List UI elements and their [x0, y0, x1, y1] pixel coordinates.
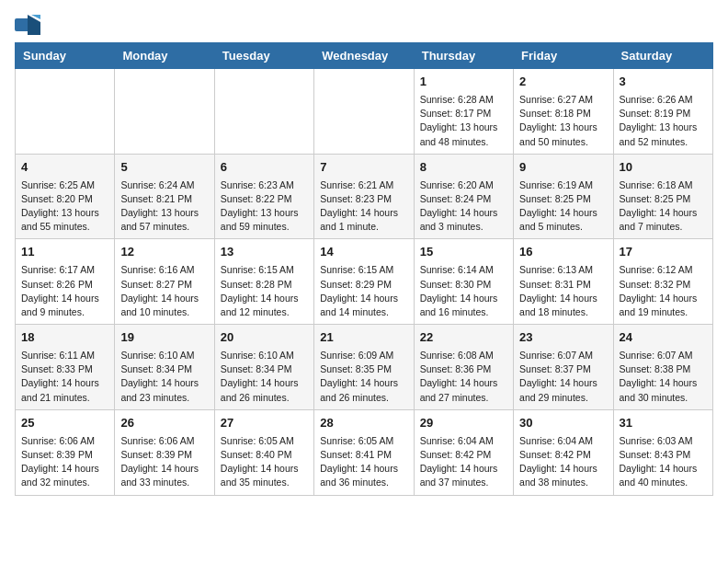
cell-content-line: Sunrise: 6:21 AM	[320, 178, 407, 192]
cell-content-line: Sunrise: 6:28 AM	[420, 93, 507, 107]
cell-content-line: Sunrise: 6:06 AM	[21, 434, 108, 448]
cell-content-line: Sunset: 8:35 PM	[320, 362, 407, 376]
cell-content-line: Daylight: 13 hours	[519, 121, 607, 134]
cell-content-line: and 30 minutes.	[620, 391, 707, 405]
cell-content-line: and 38 minutes.	[519, 476, 607, 489]
cell-content-line: and 12 minutes.	[221, 305, 308, 319]
day-number: 10	[620, 159, 707, 177]
calendar-cell: 21Sunrise: 6:09 AMSunset: 8:35 PMDayligh…	[314, 325, 414, 410]
cell-content-line: Sunset: 8:19 PM	[620, 107, 707, 121]
cell-content-line: and 16 minutes.	[420, 305, 507, 319]
cell-content-line: Sunset: 8:32 PM	[620, 278, 707, 292]
calendar-cell: 28Sunrise: 6:05 AMSunset: 8:41 PMDayligh…	[314, 409, 414, 495]
weekday-header-monday: Monday	[115, 43, 214, 69]
day-number: 29	[420, 415, 507, 432]
cell-content-line: Sunset: 8:27 PM	[120, 278, 208, 292]
weekday-header-saturday: Saturday	[613, 43, 712, 69]
cell-content-line: Sunset: 8:30 PM	[420, 278, 507, 292]
calendar-cell: 14Sunrise: 6:15 AMSunset: 8:29 PMDayligh…	[314, 239, 414, 325]
weekday-header-friday: Friday	[514, 43, 613, 69]
cell-content-line: Sunset: 8:25 PM	[620, 192, 707, 206]
cell-content-line: Sunrise: 6:25 AM	[21, 178, 108, 192]
day-number: 19	[120, 329, 208, 347]
cell-content-line: and 3 minutes.	[420, 220, 507, 234]
cell-content-line: Daylight: 14 hours	[221, 292, 308, 305]
cell-content-line: Sunrise: 6:18 AM	[620, 178, 707, 192]
calendar-cell: 20Sunrise: 6:10 AMSunset: 8:34 PMDayligh…	[214, 325, 313, 410]
day-number: 31	[620, 415, 707, 432]
day-number: 9	[519, 159, 607, 177]
calendar-cell: 24Sunrise: 6:07 AMSunset: 8:38 PMDayligh…	[613, 325, 712, 410]
day-number: 7	[320, 159, 407, 177]
cell-content-line: Sunset: 8:43 PM	[620, 448, 707, 462]
day-number: 21	[320, 329, 407, 347]
cell-content-line: Daylight: 14 hours	[21, 376, 108, 390]
cell-content-line: Daylight: 14 hours	[519, 292, 607, 305]
cell-content-line: Sunset: 8:20 PM	[21, 192, 108, 206]
cell-content-line: and 26 minutes.	[221, 391, 308, 405]
cell-content-line: Daylight: 14 hours	[420, 376, 507, 390]
calendar-cell: 1Sunrise: 6:28 AMSunset: 8:17 PMDaylight…	[414, 69, 513, 155]
day-number: 22	[420, 329, 507, 347]
cell-content-line: Sunset: 8:34 PM	[120, 362, 208, 376]
cell-content-line: Daylight: 14 hours	[221, 376, 308, 390]
cell-content-line: and 40 minutes.	[620, 476, 707, 489]
cell-content-line: Sunset: 8:21 PM	[120, 192, 208, 206]
day-number: 17	[620, 244, 707, 261]
weekday-header-tuesday: Tuesday	[214, 43, 313, 69]
calendar-cell: 26Sunrise: 6:06 AMSunset: 8:39 PMDayligh…	[115, 409, 214, 495]
cell-content-line: Daylight: 13 hours	[420, 121, 507, 134]
cell-content-line: and 27 minutes.	[420, 391, 507, 405]
cell-content-line: and 36 minutes.	[320, 476, 407, 489]
calendar-cell: 25Sunrise: 6:06 AMSunset: 8:39 PMDayligh…	[16, 409, 115, 495]
cell-content-line: Sunset: 8:42 PM	[420, 448, 507, 462]
cell-content-line: Sunrise: 6:14 AM	[420, 263, 507, 277]
cell-content-line: Daylight: 14 hours	[519, 206, 607, 220]
cell-content-line: Daylight: 14 hours	[519, 376, 607, 390]
day-number: 1	[420, 74, 507, 91]
cell-content-line: and 1 minute.	[320, 220, 407, 234]
cell-content-line: Sunrise: 6:04 AM	[420, 434, 507, 448]
calendar-cell: 12Sunrise: 6:16 AMSunset: 8:27 PMDayligh…	[115, 239, 214, 325]
day-number: 24	[620, 329, 707, 347]
cell-content-line: Sunset: 8:38 PM	[620, 362, 707, 376]
cell-content-line: and 33 minutes.	[120, 476, 208, 489]
cell-content-line: Daylight: 14 hours	[320, 206, 407, 220]
calendar-cell: 3Sunrise: 6:26 AMSunset: 8:19 PMDaylight…	[613, 69, 712, 155]
day-number: 14	[320, 244, 407, 261]
cell-content-line: Sunrise: 6:15 AM	[221, 263, 308, 277]
calendar-table: SundayMondayTuesdayWednesdayThursdayFrid…	[15, 42, 713, 496]
cell-content-line: Sunrise: 6:17 AM	[21, 263, 108, 277]
cell-content-line: Sunset: 8:29 PM	[320, 278, 407, 292]
cell-content-line: Daylight: 13 hours	[620, 121, 707, 134]
calendar-cell	[214, 69, 313, 155]
cell-content-line: and 37 minutes.	[420, 476, 507, 489]
calendar-cell	[314, 69, 414, 155]
weekday-header-wednesday: Wednesday	[314, 43, 414, 69]
cell-content-line: Daylight: 14 hours	[420, 462, 507, 476]
calendar-week-1: 1Sunrise: 6:28 AMSunset: 8:17 PMDaylight…	[16, 69, 713, 155]
calendar-cell	[16, 69, 115, 155]
calendar-cell: 2Sunrise: 6:27 AMSunset: 8:18 PMDaylight…	[514, 69, 613, 155]
cell-content-line: Sunrise: 6:05 AM	[221, 434, 308, 448]
cell-content-line: and 7 minutes.	[620, 220, 707, 234]
cell-content-line: Daylight: 14 hours	[620, 206, 707, 220]
cell-content-line: and 35 minutes.	[221, 476, 308, 489]
cell-content-line: Sunset: 8:23 PM	[320, 192, 407, 206]
cell-content-line: and 50 minutes.	[519, 135, 607, 149]
cell-content-line: Sunrise: 6:16 AM	[120, 263, 208, 277]
cell-content-line: and 23 minutes.	[120, 391, 208, 405]
cell-content-line: Sunrise: 6:05 AM	[320, 434, 407, 448]
cell-content-line: and 14 minutes.	[320, 305, 407, 319]
weekday-header-thursday: Thursday	[414, 43, 513, 69]
cell-content-line: and 9 minutes.	[21, 305, 108, 319]
calendar-cell: 30Sunrise: 6:04 AMSunset: 8:42 PMDayligh…	[514, 409, 613, 495]
cell-content-line: Sunset: 8:36 PM	[420, 362, 507, 376]
cell-content-line: Daylight: 14 hours	[620, 462, 707, 476]
calendar-cell: 15Sunrise: 6:14 AMSunset: 8:30 PMDayligh…	[414, 239, 513, 325]
cell-content-line: Sunrise: 6:10 AM	[120, 349, 208, 362]
day-number: 4	[21, 159, 108, 177]
calendar-week-3: 11Sunrise: 6:17 AMSunset: 8:26 PMDayligh…	[16, 239, 713, 325]
calendar-cell: 6Sunrise: 6:23 AMSunset: 8:22 PMDaylight…	[214, 154, 313, 239]
cell-content-line: and 19 minutes.	[620, 305, 707, 319]
